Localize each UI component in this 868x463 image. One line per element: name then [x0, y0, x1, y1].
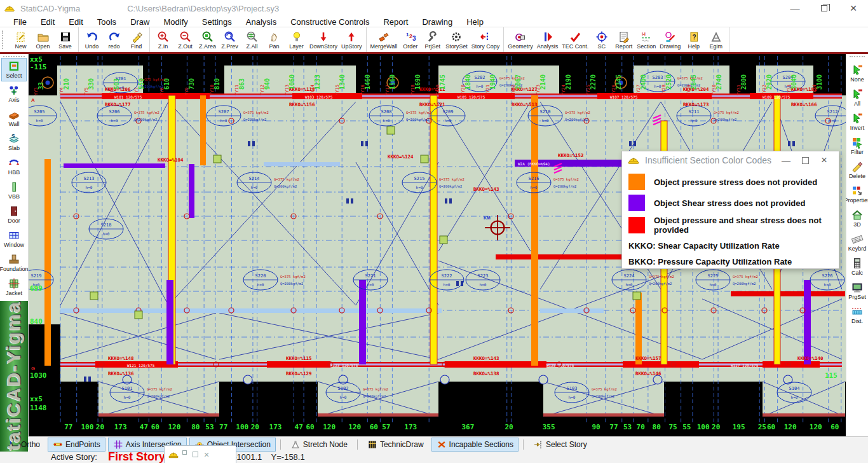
menu-drawing[interactable]: Drawing — [415, 17, 459, 27]
toolbar-upstory-button[interactable]: UpStory — [339, 27, 364, 52]
tool-slab[interactable]: SSlab — [1, 130, 27, 154]
wrench-icon — [426, 31, 439, 43]
tool-select[interactable]: Select — [1, 58, 27, 81]
dialog-minimize-button[interactable]: — — [776, 154, 796, 167]
toolbar-geometry-button[interactable]: Geometry — [506, 27, 535, 52]
toolbar-redo-button[interactable]: redo — [103, 27, 125, 52]
tool-axis[interactable]: Axis — [1, 82, 27, 106]
toolbar-help-button[interactable]: ?Help — [682, 27, 705, 52]
toolbar-grip[interactable] — [2, 31, 6, 49]
close-button[interactable]: × — [839, 0, 868, 17]
toolbar-prjset-button[interactable]: PrjSet — [421, 27, 444, 52]
select-dist[interactable]: Dist. — [848, 303, 867, 327]
svg-text:KKKO=%104: KKKO=%104 — [158, 157, 184, 163]
info-statusbar: Active Story: First Story X=-1001.1 Y=-1… — [0, 452, 868, 463]
tool-door[interactable]: Door — [1, 203, 27, 226]
toolbar-z-area-button[interactable]: Z.Area — [196, 27, 219, 52]
bricks-icon — [377, 31, 390, 43]
menu-edit[interactable]: Edit — [34, 17, 62, 27]
tool-window[interactable]: Window — [1, 227, 27, 251]
toolbar-pan-button[interactable]: Pan — [263, 27, 285, 52]
tool-vbb[interactable]: VBB — [1, 179, 27, 202]
tool-wall[interactable]: Wall — [1, 106, 27, 130]
select-3d[interactable]: 3D — [848, 207, 867, 230]
toolbar-report-button[interactable]: Report — [613, 27, 635, 52]
select-delete[interactable]: Delete — [848, 158, 867, 182]
toolbar-drawing-button[interactable]: Drawing — [658, 27, 682, 52]
mini-close-icon[interactable]: × — [204, 450, 209, 460]
select-invert[interactable]: Invert — [848, 110, 867, 134]
svg-text:S211: S211 — [689, 109, 700, 114]
toolbar-new-button[interactable]: New — [10, 27, 32, 52]
toolbar-story-copy-button[interactable]: Story Copy — [470, 27, 502, 52]
legend-text: Object Shear stress does not provided — [654, 198, 805, 208]
menu-file[interactable]: File — [6, 17, 34, 27]
toolbar-find-button[interactable]: Find — [125, 27, 147, 52]
menu-constructive-controls[interactable]: Constructive Controls — [283, 17, 376, 27]
menu-draw[interactable]: Draw — [123, 17, 156, 27]
toolbar-mergewall-button[interactable]: MergeWall — [369, 27, 400, 52]
dialog-close-icon[interactable]: × — [815, 154, 834, 167]
menu-analysis[interactable]: Analysis — [239, 17, 283, 27]
toolbar-open-button[interactable]: Open — [32, 27, 54, 52]
mini-restore-icon[interactable] — [182, 450, 187, 455]
vbb-icon — [8, 181, 20, 193]
select-none[interactable]: None — [848, 62, 867, 85]
svg-text:Q=200kgf/m2: Q=200kgf/m2 — [147, 394, 170, 399]
toolbar-undo-button[interactable]: Undo — [81, 27, 103, 52]
svg-text:S203: S203 — [653, 75, 663, 80]
toolbar-z-out-button[interactable]: Z.Out — [174, 27, 196, 52]
maximize-button[interactable] — [810, 0, 839, 17]
toolbar-save-button[interactable]: Save — [54, 27, 76, 52]
tool-hbb[interactable]: HBB — [1, 155, 27, 178]
snap-toggle-endpoints[interactable]: EndPoints — [48, 438, 105, 452]
menu-edit-2[interactable]: Edit — [62, 17, 90, 27]
svg-text:h=0: h=0 — [824, 282, 831, 287]
toolbar-order-button[interactable]: 123Order — [399, 27, 421, 52]
svg-text:?: ? — [692, 34, 696, 41]
svg-text:S222: S222 — [442, 273, 452, 279]
menu-modify[interactable]: Modify — [156, 17, 194, 27]
toolbar-egim-button[interactable]: Egim — [705, 27, 727, 52]
snap-toggle-incapable-sections[interactable]: Incapable Sections — [431, 438, 519, 452]
minimize-button[interactable]: — — [780, 0, 810, 17]
tool-foundation[interactable]: Foundation — [1, 251, 27, 275]
select-filter[interactable]: Filter — [848, 134, 867, 158]
menu-tools[interactable]: Tools — [90, 17, 123, 27]
toolbar-tec-cont-button[interactable]: TEC Cont. — [560, 27, 590, 52]
svg-text:80: 80 — [653, 423, 661, 431]
cursorall-icon — [851, 88, 864, 100]
toolbar-sc-button[interactable]: SC — [590, 27, 613, 52]
menu-report[interactable]: Report — [376, 17, 415, 27]
select-properties[interactable]: Properties — [848, 183, 867, 206]
toolbar-analysis-button[interactable]: Analysis — [535, 27, 560, 52]
menu-help[interactable]: Help — [459, 17, 491, 27]
toolbar-layer-button[interactable]: Layer — [285, 27, 308, 52]
toggle-label: Stretch Node — [303, 440, 348, 449]
svg-text:KKKO=%124: KKKO=%124 — [388, 154, 414, 160]
dialog-helmet-icon — [627, 154, 640, 167]
docked-mini-window[interactable]: × — [164, 445, 236, 463]
toolbar-storyset-button[interactable]: StorySet — [444, 27, 470, 52]
dialog-maximize-button[interactable] — [796, 154, 815, 167]
toolbar-z-prev-button[interactable]: Z.Prev — [219, 27, 241, 52]
snap-toggle-technicdraw[interactable]: TechnicDraw — [362, 438, 429, 452]
snap-toggle-select-story[interactable]: Select Story — [528, 438, 592, 452]
mini-maximize-icon[interactable] — [193, 452, 198, 457]
select-all[interactable]: All — [848, 86, 867, 109]
toolbar-section-button[interactable]: I-ISection — [635, 27, 658, 52]
dialog-titlebar[interactable]: Insufficient Section Color Codes — × — [622, 151, 839, 169]
toolbar-downstory-button[interactable]: DownStory — [308, 27, 339, 52]
right-toolbox-grip[interactable] — [850, 56, 865, 61]
svg-text:S208: S208 — [381, 109, 392, 114]
toolbar-z-all-button[interactable]: Z.All — [241, 27, 263, 52]
toolbar-z-in-button[interactable]: Z.In — [152, 27, 174, 52]
select-calc[interactable]: Calc — [848, 255, 867, 279]
select-keybrd[interactable]: Keybrd — [848, 231, 867, 254]
select-prgset[interactable]: PrgSet — [848, 279, 867, 303]
snap-toggle-stretch-node[interactable]: Stretch Node — [285, 438, 353, 452]
tool-jacket[interactable]: Jacket — [1, 275, 27, 299]
menu-settings[interactable]: Settings — [195, 17, 239, 27]
svg-text:195: 195 — [733, 423, 745, 431]
right-toolbox: NoneAllInvertFilterDeleteProperties3DKey… — [846, 54, 868, 436]
